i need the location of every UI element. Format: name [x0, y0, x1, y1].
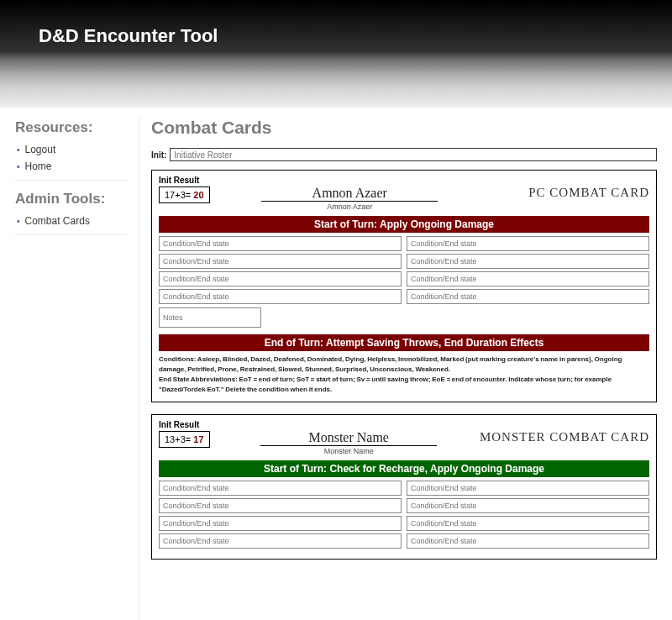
pc-init-roll: 17+3= — [165, 190, 191, 200]
monster-init-result-label: Init Result — [159, 420, 210, 429]
admin-list: Combat Cards — [15, 213, 127, 235]
initiative-roster-row: Init: — [151, 148, 657, 161]
pc-end-turn-bar: End of Turn: Attempt Saving Throws, End … — [159, 334, 649, 351]
monster-condition-input[interactable] — [407, 533, 649, 549]
monster-condition-input[interactable] — [159, 481, 402, 496]
monster-init-roll: 13+3= — [165, 434, 191, 444]
pc-character-name: Amnon Azaer — [261, 186, 438, 202]
initiative-roster-input[interactable] — [170, 148, 657, 161]
monster-condition-input[interactable] — [159, 516, 402, 531]
monster-condition-input[interactable] — [159, 533, 402, 549]
pc-condition-grid — [159, 236, 649, 304]
app-title: D&D Encounter Tool — [39, 25, 672, 47]
pc-init-result-box: 17+3= 20 — [159, 187, 210, 203]
monster-combat-card: Init Result 13+3= 17 Monster Name Monste… — [151, 414, 657, 560]
content-area: Combat Cards Init: Init Result 17+3= 20 … — [139, 118, 657, 620]
init-label: Init: — [151, 150, 166, 160]
sidebar-item-home[interactable]: Home — [15, 158, 127, 175]
monster-init-total: 17 — [193, 434, 203, 444]
monster-name-sub: Monster Name — [218, 447, 480, 455]
monster-condition-input[interactable] — [407, 481, 649, 496]
pc-footnote-conditions: Conditions: Asleep, Blinded, Dazed, Deaf… — [159, 355, 622, 373]
pc-condition-input[interactable] — [407, 271, 649, 286]
app-header: D&D Encounter Tool — [0, 0, 672, 108]
pc-notes-input[interactable] — [159, 307, 261, 328]
resources-heading: Resources: — [15, 119, 127, 136]
pc-footnote-abbrev: End State Abbreviations: EoT = end of tu… — [159, 376, 612, 393]
pc-condition-input[interactable] — [159, 289, 402, 304]
page-title: Combat Cards — [151, 118, 657, 138]
pc-condition-input[interactable] — [407, 289, 649, 304]
pc-condition-input[interactable] — [407, 254, 649, 269]
admin-heading: Admin Tools: — [15, 191, 127, 208]
pc-start-turn-bar: Start of Turn: Apply Ongoing Damage — [159, 216, 649, 233]
pc-combat-card: Init Result 17+3= 20 Amnon Azaer Amnon A… — [151, 170, 657, 402]
sidebar-item-combat-cards[interactable]: Combat Cards — [15, 213, 127, 229]
monster-condition-input[interactable] — [159, 498, 402, 513]
pc-character-name-sub: Amnon Azaer — [218, 202, 481, 211]
sidebar-item-logout[interactable]: Logout — [15, 141, 127, 158]
monster-init-result-box: 13+3= 17 — [159, 431, 210, 448]
pc-card-type-label: PC COMBAT CARD — [481, 186, 649, 200]
pc-condition-input[interactable] — [159, 236, 402, 251]
monster-name: Monster Name — [260, 430, 437, 446]
monster-condition-input[interactable] — [407, 516, 649, 531]
pc-condition-input[interactable] — [407, 236, 649, 251]
resources-list: Logout Home — [15, 141, 127, 181]
sidebar: Resources: Logout Home Admin Tools: Comb… — [15, 118, 139, 620]
monster-start-turn-bar: Start of Turn: Check for Recharge, Apply… — [159, 460, 649, 477]
pc-footnote: Conditions: Asleep, Blinded, Dazed, Deaf… — [159, 355, 649, 395]
monster-card-type-label: MONSTER COMBAT CARD — [480, 430, 649, 444]
monster-condition-grid — [159, 481, 649, 549]
pc-condition-input[interactable] — [159, 254, 402, 269]
pc-init-result-label: Init Result — [159, 176, 210, 185]
pc-condition-input[interactable] — [159, 271, 402, 286]
pc-init-total: 20 — [193, 190, 203, 200]
monster-condition-input[interactable] — [407, 498, 649, 513]
